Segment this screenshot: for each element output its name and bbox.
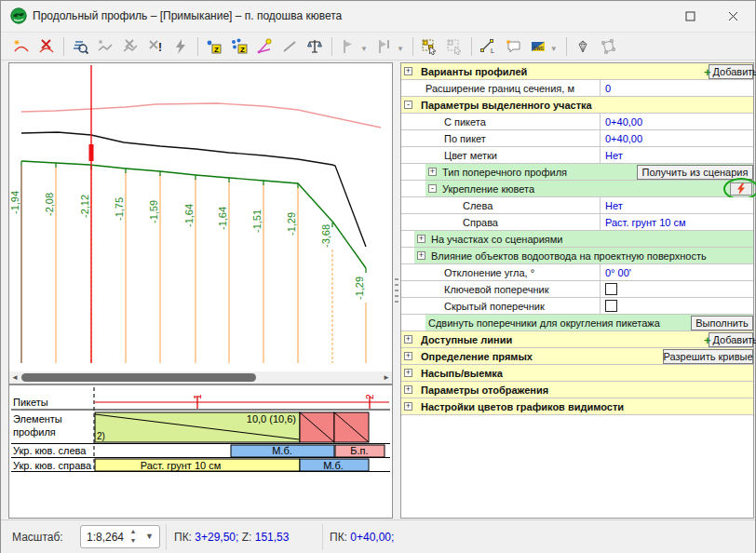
profile-chart-panel[interactable]: -1,94-2,08-2,12-1,75-1,59-1,64-1,64-1,51… (8, 62, 393, 384)
section-embankment[interactable]: + Насыпь/выемка (401, 365, 753, 382)
delete-profile-icon[interactable] (35, 35, 58, 58)
profile-chart[interactable]: -1,94-2,08-2,12-1,75-1,59-1,64-1,64-1,51… (9, 63, 392, 371)
prop-label: Укрепление кювета (442, 183, 534, 195)
toolbar-separator (566, 37, 567, 56)
dropdown-chevron-icon[interactable]: ▼ (397, 45, 404, 53)
close-button[interactable] (712, 1, 753, 31)
app-icon (10, 7, 27, 24)
prop-row-key-cross-section: Ключевой поперечник (401, 281, 753, 298)
angle-measure-icon[interactable] (253, 35, 276, 58)
collapse-toggle[interactable]: - (404, 101, 412, 109)
plus-icon: + (704, 65, 711, 79)
prop-value[interactable]: Нет (605, 150, 623, 161)
section-available-lines[interactable]: + Доступные линии +Добавить (401, 331, 753, 348)
cursor-picket-readout: ПК: 3+29,50; Z: 151,53 (174, 531, 289, 544)
maximize-button[interactable] (669, 1, 710, 31)
contour-icon[interactable] (597, 35, 619, 58)
prop-value[interactable]: Раст. грунт 10 см (605, 217, 686, 228)
button-label: Добавить (712, 334, 756, 345)
play-flag-icon[interactable] (337, 35, 359, 58)
prop-value[interactable]: 0 (605, 83, 611, 94)
offset-label: -1,29 (286, 212, 297, 236)
delete-point-icon[interactable] (119, 35, 142, 58)
select-objects-icon[interactable] (418, 35, 440, 58)
comment-icon[interactable] (502, 35, 524, 58)
expand-toggle[interactable]: + (404, 369, 412, 377)
section-visibility-colors[interactable]: + Настройки цветов графиков видимости (401, 398, 753, 415)
prop-value[interactable]: Нет (605, 200, 623, 211)
execute-button[interactable]: Выполнить (691, 316, 753, 330)
offset-label: -2,12 (79, 195, 90, 218)
select-group-icon[interactable] (443, 35, 466, 58)
expand-toggle[interactable]: + (404, 335, 412, 344)
slope-corner-label: 2) (97, 431, 105, 441)
add-line-button[interactable]: +Добавить (709, 332, 753, 347)
dropdown-chevron-icon[interactable]: ▼ (550, 45, 558, 53)
plus-icon: + (704, 333, 711, 347)
prop-label: Ключевой поперечник (401, 281, 601, 297)
key-cross-section-checkbox[interactable] (605, 283, 617, 295)
section-selected-segment[interactable]: - Параметры выделенного участка (401, 97, 753, 114)
row-cross-profile-type: + Тип поперечного профиля Получить из сц… (401, 164, 753, 181)
prop-value[interactable]: 0+40,00 (605, 133, 642, 144)
ground-line (21, 132, 366, 247)
chart-horizontal-scrollbar[interactable]: ◄ ► (9, 371, 392, 384)
search-profiles-icon[interactable] (69, 35, 91, 58)
scroll-right-arrow[interactable]: ► (381, 371, 392, 384)
apply-lightning-icon[interactable] (169, 35, 192, 58)
expand-toggle[interactable]: + (404, 67, 412, 75)
toolbar-separator (197, 37, 198, 56)
prop-label: Справа (401, 214, 601, 230)
z-label: Z: (242, 531, 252, 544)
export-dwg-icon[interactable]: DWG (527, 35, 549, 58)
scroll-thumb[interactable] (21, 373, 256, 382)
add-profile-icon[interactable] (10, 35, 33, 58)
skip-flag-icon[interactable] (373, 35, 396, 58)
hidden-cross-section-checkbox[interactable] (605, 300, 617, 312)
allow-curves-button[interactable]: Разрешить кривые (663, 349, 753, 364)
scroll-left-arrow[interactable]: ◄ (9, 371, 20, 384)
expand-toggle[interactable]: + (417, 235, 425, 243)
prop-value[interactable]: 0+40,00 (605, 116, 642, 128)
picket-tick-label: 1 (193, 394, 203, 399)
section-profile-variants[interactable]: + Варианты профилей +Добавить (401, 63, 753, 80)
add-variant-button[interactable]: +Добавить (709, 64, 753, 79)
expand-toggle[interactable]: + (404, 385, 412, 394)
prop-label: По пикет (401, 130, 601, 146)
balance-icon[interactable] (304, 35, 326, 58)
scale-spinner[interactable]: ▲▼ (128, 527, 139, 547)
secondary-profile-line (21, 103, 381, 128)
add-point-icon[interactable] (94, 35, 116, 58)
prop-value[interactable]: 0° 00' (605, 267, 631, 278)
prop-label: Цвет метки (401, 147, 601, 163)
section-straights-definition[interactable]: + Определение прямых Разрешить кривые (401, 348, 753, 365)
prop-row-section-expansion: Расширение границ сечения, м 0 (401, 80, 753, 97)
cell-label: Б.п. (350, 445, 368, 456)
diamond-icon[interactable] (572, 35, 594, 58)
prop-label: Слева (401, 197, 601, 213)
cell-label: М.б. (272, 445, 292, 456)
title-bar: Продольный профиль – [Примыкание] – п. п… (1, 1, 755, 31)
dropdown-chevron-icon[interactable]: ▼ (360, 45, 368, 53)
points-elevation-icon[interactable]: Z (228, 35, 250, 58)
prop-label: Влияние объектов водоотвода на проектную… (431, 250, 707, 262)
selected-picket-readout: ПК: 0+40,00; (330, 531, 394, 544)
expand-toggle[interactable]: + (428, 168, 437, 176)
expand-toggle[interactable]: + (404, 402, 412, 411)
status-separator (166, 524, 167, 550)
lightning-apply-button[interactable] (730, 182, 752, 196)
expand-toggle[interactable]: + (417, 251, 425, 260)
panel-splitter[interactable] (395, 278, 398, 304)
section-display-parameters[interactable]: + Параметры отображения (401, 382, 753, 398)
delete-point-warning-icon[interactable]: ! (144, 35, 167, 58)
line-length-icon[interactable]: L (477, 35, 499, 58)
profile-bands-panel[interactable]: 1210,0 (10,6)2)М.б.Б.п.Раст. грунт 10 см… (8, 384, 393, 519)
status-bar: Масштаб: 1:8,264 ▲▼ ▼ ПК: 3+29,50; Z: 15… (1, 519, 755, 553)
segment-icon[interactable] (278, 35, 301, 58)
collapse-toggle[interactable]: - (428, 184, 437, 193)
get-from-scenario-button[interactable]: Получить из сценария (637, 165, 753, 180)
point-elevation-icon[interactable]: Z (203, 35, 225, 58)
expand-toggle[interactable]: + (404, 352, 412, 360)
scale-dropdown-icon[interactable]: ▼ (145, 532, 154, 541)
scale-input[interactable]: 1:8,264 ▲▼ ▼ (80, 525, 160, 548)
